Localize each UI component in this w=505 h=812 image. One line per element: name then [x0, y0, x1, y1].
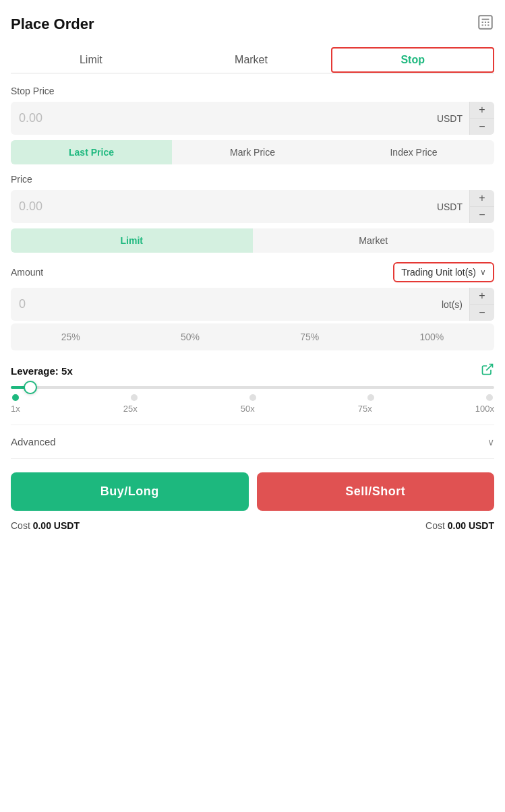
slider-dot-100x — [486, 394, 493, 401]
leverage-slider-container: 1x 25x 50x 75x 100x — [11, 386, 494, 414]
order-limit[interactable]: Limit — [11, 228, 253, 253]
chevron-down-icon: ∨ — [487, 437, 494, 447]
chevron-down-icon: ∨ — [480, 268, 486, 277]
leverage-row: Leverage: 5x — [11, 363, 494, 379]
stop-price-input[interactable] — [11, 102, 430, 135]
trading-unit-label: Trading Unit lot(s) — [401, 267, 476, 278]
cost-row: Cost 0.00 USDT Cost 0.00 USDT — [11, 520, 494, 531]
lever-label-75x: 75x — [358, 404, 372, 414]
calculator-icon[interactable] — [477, 13, 494, 35]
amount-unit: lot(s) — [435, 288, 469, 321]
sell-cost: Cost 0.00 USDT — [425, 520, 494, 531]
stop-price-stepper: + − — [469, 102, 494, 135]
leverage-label: Leverage: 5x — [11, 365, 73, 377]
stop-price-input-row: USDT + − — [11, 102, 494, 135]
sell-cost-value: 0.00 USDT — [448, 520, 494, 531]
percentage-row: 25% 50% 75% 100% — [11, 323, 494, 350]
trigger-mark-price[interactable]: Mark Price — [172, 140, 333, 164]
page-header: Place Order — [11, 13, 494, 35]
slider-dot-50x — [249, 394, 256, 401]
amount-minus[interactable]: − — [470, 305, 494, 321]
slider-labels: 1x 25x 50x 75x 100x — [11, 404, 494, 414]
pct-100[interactable]: 100% — [413, 330, 451, 344]
price-input-row: USDT + − — [11, 190, 494, 223]
amount-plus[interactable]: + — [470, 288, 494, 305]
sell-short-button[interactable]: Sell/Short — [257, 472, 495, 511]
trigger-type-row: Last Price Mark Price Index Price — [11, 140, 494, 164]
amount-input-row: lot(s) + − — [11, 288, 494, 321]
pct-25[interactable]: 25% — [55, 330, 87, 344]
stop-price-label: Stop Price — [11, 86, 494, 96]
advanced-row[interactable]: Advanced ∨ — [11, 425, 494, 459]
slider-dots — [11, 394, 494, 401]
order-price-type-row: Limit Market — [11, 228, 494, 253]
pct-50[interactable]: 50% — [174, 330, 206, 344]
trigger-index-price[interactable]: Index Price — [333, 140, 494, 164]
amount-label: Amount — [11, 267, 43, 278]
trigger-last-price[interactable]: Last Price — [11, 140, 172, 164]
trading-unit-dropdown[interactable]: Trading Unit lot(s) ∨ — [393, 262, 494, 282]
slider-dot-75x — [367, 394, 374, 401]
svg-line-8 — [486, 365, 492, 371]
leverage-slider-thumb[interactable] — [24, 381, 37, 394]
lever-label-100x: 100x — [475, 404, 494, 414]
sell-cost-label: Cost — [425, 520, 445, 531]
stop-price-unit: USDT — [430, 102, 469, 135]
lever-label-1x: 1x — [11, 404, 20, 414]
order-type-tabs: Limit Market Stop — [11, 47, 494, 73]
price-input[interactable] — [11, 190, 430, 223]
advanced-label: Advanced — [11, 436, 56, 447]
page-title: Place Order — [11, 15, 94, 33]
amount-input[interactable] — [11, 288, 435, 321]
slider-dot-1x — [12, 394, 19, 401]
stop-price-plus[interactable]: + — [470, 102, 494, 119]
order-market[interactable]: Market — [253, 228, 495, 253]
buy-cost-label: Cost — [11, 520, 30, 531]
buy-cost-value: 0.00 USDT — [33, 520, 80, 531]
amount-stepper: + − — [469, 288, 494, 321]
tab-stop[interactable]: Stop — [331, 47, 494, 73]
price-stepper: + − — [469, 190, 494, 223]
tab-market[interactable]: Market — [171, 47, 332, 73]
price-unit: USDT — [430, 190, 469, 223]
buy-cost: Cost 0.00 USDT — [11, 520, 80, 531]
stop-price-minus[interactable]: − — [470, 119, 494, 135]
amount-header: Amount Trading Unit lot(s) ∨ — [11, 262, 494, 282]
price-label: Price — [11, 174, 494, 185]
leverage-slider-track[interactable] — [11, 386, 494, 389]
lever-label-25x: 25x — [123, 404, 138, 414]
slider-dot-25x — [131, 394, 138, 401]
price-plus[interactable]: + — [470, 190, 494, 207]
price-minus[interactable]: − — [470, 207, 494, 223]
lever-label-50x: 50x — [241, 404, 255, 414]
leverage-edit-icon[interactable] — [481, 363, 494, 379]
action-buttons: Buy/Long Sell/Short — [11, 472, 494, 511]
pct-75[interactable]: 75% — [293, 330, 326, 344]
tab-limit[interactable]: Limit — [11, 47, 171, 73]
buy-long-button[interactable]: Buy/Long — [11, 472, 249, 511]
